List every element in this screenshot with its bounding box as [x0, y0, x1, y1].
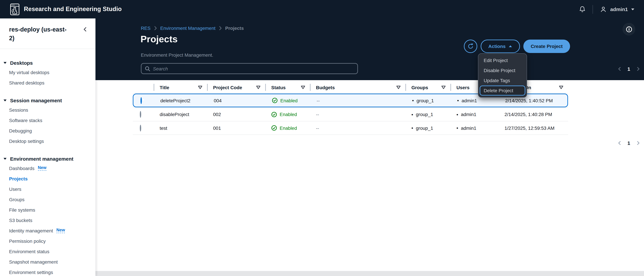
status-success-icon: [272, 98, 278, 103]
cell-budgets: --: [310, 125, 405, 131]
previous-page-button[interactable]: [617, 66, 622, 71]
menu-item-disable-project[interactable]: Disable Project: [480, 65, 525, 75]
sidebar-item-groups[interactable]: Groups: [9, 194, 96, 205]
menu-item-edit-project[interactable]: Edit Project: [480, 55, 525, 65]
menu-item-update-tags[interactable]: Update Tags: [480, 75, 525, 86]
breadcrumb-separator-icon: [219, 26, 222, 30]
environment-title: res-deploy (us-east-2): [9, 25, 71, 43]
sidebar-item-s3-buckets[interactable]: S3 buckets: [9, 215, 96, 225]
status-success-icon: [271, 125, 277, 131]
actions-button-label: Actions: [488, 44, 506, 49]
notifications-button[interactable]: [579, 6, 586, 13]
filter-project-code-button[interactable]: [256, 86, 260, 89]
filter-icon: [198, 86, 202, 89]
column-divider: [405, 84, 406, 91]
info-icon: [626, 26, 632, 32]
filter-status-button[interactable]: [301, 86, 305, 89]
nav-section-label: Desktops: [10, 60, 33, 66]
section-caret-icon: [3, 99, 7, 102]
nav-section-header-session-management[interactable]: Session management: [3, 96, 96, 105]
section-caret-icon: [3, 62, 7, 64]
row-radio[interactable]: [140, 125, 141, 131]
new-badge[interactable]: New: [56, 228, 65, 233]
bullet: •: [457, 98, 459, 103]
user-menu[interactable]: admin1: [600, 5, 634, 13]
sidebar-nav: Desktops My virtual desktops Shared desk…: [0, 49, 96, 276]
cell-project-code: 002: [207, 112, 265, 117]
create-project-button[interactable]: Create Project: [523, 40, 570, 53]
filter-updated-on-button[interactable]: [559, 86, 563, 89]
filter-groups-button[interactable]: [441, 86, 446, 89]
column-header-budgets[interactable]: Budgets: [310, 82, 405, 93]
chevron-right-icon: [636, 140, 641, 145]
filter-icon: [256, 86, 260, 89]
breadcrumb-link-environment-management[interactable]: Environment Management: [160, 25, 216, 31]
bullet: •: [456, 112, 458, 117]
sidebar-item-dashboards[interactable]: Dashboards New: [9, 163, 96, 173]
chevron-right-icon: [636, 66, 641, 71]
breadcrumb: RES Environment Management Projects: [141, 25, 244, 31]
search-input[interactable]: [153, 66, 354, 71]
chevron-left-icon: [617, 140, 622, 145]
cell-project-code: 001: [207, 125, 265, 131]
status-success-icon: [271, 112, 277, 117]
nav-section-header-environment-management[interactable]: Environment management: [3, 155, 96, 163]
chevron-left-icon: [82, 26, 88, 32]
cell-status: Enabled: [265, 112, 310, 117]
sidebar-item-projects[interactable]: Projects: [9, 173, 96, 184]
previous-page-button[interactable]: [617, 140, 622, 145]
nav-section-label: Session management: [10, 98, 62, 103]
sidebar-item-file-systems[interactable]: File systems: [9, 205, 96, 215]
sidebar-item-environment-status[interactable]: Environment status: [9, 246, 96, 257]
filter-title-button[interactable]: [198, 86, 202, 89]
column-header-status[interactable]: Status: [265, 82, 310, 93]
table-row[interactable]: disableProject 002 Enabled -- •group_1 •…: [133, 107, 568, 121]
bullet: •: [412, 125, 413, 131]
sidebar-item-users[interactable]: Users: [9, 184, 96, 194]
table-row[interactable]: test 001 Enabled -- •group_1 •admin1 1/2…: [133, 121, 568, 135]
bullet: •: [412, 98, 414, 103]
row-radio[interactable]: [140, 111, 141, 118]
search-icon: [145, 66, 150, 71]
current-page-number[interactable]: 1: [627, 66, 630, 72]
breadcrumb-separator-icon: [154, 26, 157, 30]
actions-dropdown-menu: Edit Project Disable Project Update Tags…: [478, 53, 527, 98]
column-header-project-code[interactable]: Project Code: [207, 82, 265, 93]
sidebar-item-my-virtual-desktops[interactable]: My virtual desktops: [9, 67, 96, 77]
row-radio-selected[interactable]: [140, 97, 142, 104]
new-badge[interactable]: New: [38, 166, 46, 171]
cell-updated-on: 2/14/2025, 1:40:28 PM: [498, 112, 568, 117]
info-button[interactable]: [622, 23, 635, 35]
sidebar-item-debugging[interactable]: Debugging: [9, 126, 96, 136]
radio-column-header: [133, 82, 154, 93]
sidebar-item-desktop-settings[interactable]: Desktop settings: [9, 136, 96, 146]
next-page-button[interactable]: [636, 140, 641, 145]
sidebar-item-sessions[interactable]: Sessions: [9, 105, 96, 115]
current-page-number[interactable]: 1: [627, 140, 630, 146]
refresh-button[interactable]: [464, 40, 477, 53]
sidebar-item-identity-management[interactable]: Identity management New: [9, 225, 96, 236]
chevron-left-icon: [617, 66, 622, 71]
main-content: RES Environment Management Projects Proj…: [96, 18, 644, 276]
sidebar-collapse-button[interactable]: [82, 26, 88, 33]
cell-updated-on: 2/14/2025, 1:40:52 PM: [499, 98, 567, 103]
next-page-button[interactable]: [636, 66, 641, 71]
cell-budgets: --: [310, 112, 405, 117]
nav-section-header-desktops[interactable]: Desktops: [3, 59, 96, 67]
filter-budgets-button[interactable]: [396, 86, 401, 89]
filter-icon: [559, 86, 563, 89]
nav-section-label: Environment management: [10, 156, 74, 162]
sidebar-item-shared-desktops[interactable]: Shared desktops: [9, 77, 96, 88]
sidebar-item-snapshot-management[interactable]: Snapshot management: [9, 257, 96, 267]
cell-project-code: 004: [208, 98, 266, 103]
column-header-title[interactable]: Title: [154, 82, 207, 93]
actions-button[interactable]: Actions: [481, 40, 520, 53]
menu-item-delete-project[interactable]: Delete Project: [480, 86, 525, 96]
sidebar-item-environment-settings[interactable]: Environment settings: [9, 267, 96, 276]
sidebar-item-software-stacks[interactable]: Software stacks: [9, 115, 96, 126]
column-divider: [207, 84, 208, 91]
sidebar-item-permission-policy[interactable]: Permission policy: [9, 236, 96, 246]
bullet: •: [456, 125, 458, 131]
column-header-groups[interactable]: Groups: [405, 82, 450, 93]
breadcrumb-link-res[interactable]: RES: [141, 25, 150, 31]
